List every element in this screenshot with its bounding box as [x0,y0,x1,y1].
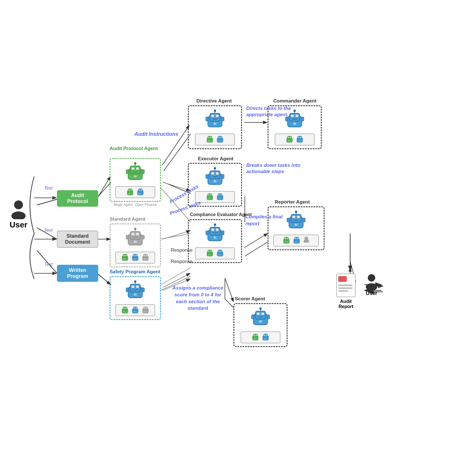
svg-rect-141 [288,137,289,138]
svg-rect-133 [296,115,298,117]
output-user-node: User [364,273,379,296]
commander-agent-subbox: AI AI [275,134,315,145]
svg-text:AI: AI [134,293,137,296]
svg-point-157 [214,167,216,169]
svg-text:AI: AI [134,258,135,260]
standard-mini-robots: AI AI AI [120,253,150,262]
svg-rect-88 [130,284,140,292]
svg-rect-217 [285,238,286,239]
svg-rect-47 [136,167,139,170]
svg-text:AI: AI [209,254,210,255]
compliance-mini-robots: AI AI [205,249,225,258]
compiles-report-annot: Compiles a final report [245,214,297,227]
svg-rect-128 [221,137,222,138]
svg-text:AI: AI [285,241,286,243]
reporter-agent-box: AI AI AI [268,206,325,250]
svg-text:AI: AI [214,236,216,239]
svg-text:AI: AI [259,320,262,323]
audit-protocol-mini-robots: AI AI [126,188,145,197]
svg-rect-188 [255,311,266,319]
svg-rect-131 [290,113,300,121]
directive-agent-box: AI AI AI [188,105,242,149]
commander-agent-box: AI AI AI [268,105,322,149]
svg-rect-212 [303,218,305,222]
svg-point-119 [214,110,216,112]
svg-text:AI: AI [144,258,145,260]
standard-agent-title: Standard Agent [110,216,145,222]
executor-agent-subbox: AI AI [195,191,235,203]
svg-rect-127 [218,137,219,138]
svg-point-214 [295,211,297,213]
audit-protocol-input-label: Audit Protocol [61,192,94,204]
svg-point-225 [305,237,308,240]
svg-text:AI: AI [134,311,135,312]
executor-agent-title: Executor Agent [198,156,233,162]
svg-point-95 [134,280,136,283]
directive-agent-title: Directive Agent [196,98,232,104]
svg-rect-79 [134,255,135,256]
user-icon [9,199,28,219]
svg-rect-99 [126,308,127,309]
svg-rect-174 [222,231,224,235]
reporter-mini-robots: AI AI [282,236,310,245]
svg-rect-104 [136,308,137,309]
svg-rect-154 [206,175,208,178]
output-user-label: User [366,290,377,296]
reporter-agent-subbox: AI AI [273,235,319,247]
reporter-agent-title: Reporter Agent [275,199,310,205]
svg-rect-160 [208,194,209,195]
svg-text:AI: AI [293,122,296,125]
svg-rect-152 [216,172,219,175]
scorer-agent-title: Scorer Agent [235,296,265,302]
svg-rect-203 [264,335,265,336]
svg-text:AI: AI [134,175,137,178]
compliance-evaluator-box: AI AI AI [188,219,242,263]
svg-line-29 [97,273,110,285]
svg-rect-75 [126,255,127,256]
compliance-evaluator-title: Compliance Evaluator Agent [190,212,252,217]
user-node: User [9,199,28,229]
text-label-written: Text [44,262,53,267]
commander-robot-icon: AI [283,109,306,132]
svg-line-20 [245,242,268,256]
open-finance-label: Open Finance [135,203,157,207]
svg-rect-142 [290,137,291,138]
svg-rect-170 [211,229,214,231]
svg-rect-230 [338,288,352,289]
svg-text:AI: AI [299,140,300,141]
directive-robot-icon: AI [204,109,226,132]
svg-rect-132 [291,115,294,117]
svg-rect-180 [210,251,212,252]
svg-text:AI: AI [144,311,145,312]
svg-rect-46 [132,167,134,170]
svg-point-138 [294,110,296,112]
svg-rect-223 [297,238,298,239]
svg-rect-89 [132,286,134,288]
svg-rect-199 [256,335,257,336]
svg-point-233 [366,283,377,290]
svg-rect-50 [142,170,144,174]
svg-line-36 [244,233,268,248]
svg-text:AI: AI [296,241,297,243]
svg-rect-147 [300,137,301,138]
svg-rect-45 [130,166,140,174]
standard-agent-subbox: AI AI AI [115,252,155,264]
safety-program-agent-subbox: AI AI AI [115,304,155,316]
svg-rect-179 [208,251,209,252]
svg-rect-184 [218,251,219,252]
svg-rect-229 [338,285,352,286]
svg-text:AI: AI [124,258,125,260]
svg-line-9 [161,233,191,239]
svg-rect-103 [134,308,135,309]
svg-rect-193 [267,315,270,319]
executor-robot-icon: AI [204,167,226,189]
svg-rect-135 [286,117,288,121]
scorer-robot-icon: AI [249,307,272,330]
svg-rect-173 [206,231,208,235]
safety-mini-robots: AI AI AI [120,306,150,315]
svg-rect-169 [210,227,220,235]
svg-text:AI: AI [254,338,255,339]
svg-rect-166 [221,194,222,195]
svg-rect-209 [297,216,300,218]
svg-text:AI: AI [134,240,137,243]
